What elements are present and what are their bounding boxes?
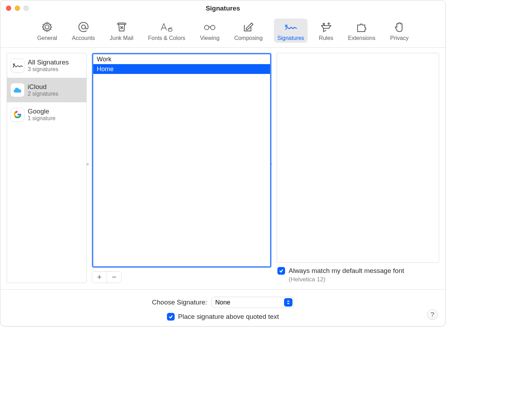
close-window-button[interactable] <box>6 6 11 11</box>
window-controls <box>6 6 29 11</box>
chevron-up-down-icon <box>284 298 292 307</box>
font-icon <box>160 21 174 33</box>
tab-label: Viewing <box>200 35 220 41</box>
icloud-icon <box>11 83 25 97</box>
signature-item-home[interactable]: Home <box>93 64 270 74</box>
signatures-list[interactable]: Work Home <box>92 53 271 268</box>
account-icloud[interactable]: iCloud 2 signatures <box>7 78 86 102</box>
compose-icon <box>241 21 255 33</box>
match-font-checkbox[interactable] <box>277 267 285 275</box>
match-font-hint: (Helvetica 12) <box>289 276 438 283</box>
tab-extensions[interactable]: Extensions <box>344 19 379 43</box>
choose-signature-row: Choose Signature: None <box>152 297 294 308</box>
match-font-section: Always match my default message font (He… <box>277 263 439 283</box>
tab-label: Signatures <box>277 35 304 41</box>
preferences-window: Signatures General Accounts <box>0 0 446 327</box>
account-name: All Signatures <box>28 59 69 66</box>
remove-signature-button[interactable]: − <box>107 272 121 283</box>
preferences-toolbar: General Accounts Junk Mail <box>0 16 445 48</box>
puzzle-icon <box>355 21 369 33</box>
tab-label: Rules <box>319 35 333 41</box>
bottom-section: Choose Signature: None Place signature a… <box>0 290 445 326</box>
signatures-panels: All Signatures 3 signatures iCloud 2 sig… <box>0 48 445 283</box>
rules-icon <box>319 21 333 33</box>
window-title: Signatures <box>0 5 445 12</box>
svg-point-3 <box>210 25 215 30</box>
svg-point-1 <box>81 25 85 29</box>
account-google[interactable]: Google 1 signature <box>7 102 86 127</box>
tab-label: General <box>37 35 57 41</box>
signature-icon <box>11 59 25 73</box>
trash-icon <box>115 21 129 33</box>
google-icon <box>11 108 25 122</box>
zoom-window-button[interactable] <box>23 6 29 11</box>
signature-icon <box>284 21 298 33</box>
hand-icon <box>392 21 406 33</box>
place-above-row: Place signature above quoted text <box>167 313 279 321</box>
signature-item-work[interactable]: Work <box>93 54 270 64</box>
tab-label: Junk Mail <box>110 35 134 41</box>
tab-junk-mail[interactable]: Junk Mail <box>106 19 137 43</box>
tab-label: Privacy <box>390 35 409 41</box>
svg-point-2 <box>204 25 209 30</box>
place-above-label: Place signature above quoted text <box>178 313 279 321</box>
add-signature-button[interactable]: + <box>92 272 107 283</box>
place-above-checkbox[interactable] <box>167 313 175 321</box>
choose-signature-value: None <box>215 299 230 306</box>
svg-point-0 <box>45 25 49 29</box>
accounts-list[interactable]: All Signatures 3 signatures iCloud 2 sig… <box>7 53 87 283</box>
titlebar: Signatures <box>0 0 445 16</box>
tab-viewing[interactable]: Viewing <box>196 19 223 43</box>
tab-label: Fonts & Colors <box>148 35 185 41</box>
account-name: iCloud <box>28 83 58 91</box>
choose-signature-label: Choose Signature: <box>152 298 207 306</box>
tab-composing[interactable]: Composing <box>231 19 266 43</box>
at-icon <box>76 21 90 33</box>
tab-rules[interactable]: Rules <box>315 19 337 43</box>
account-all-signatures[interactable]: All Signatures 3 signatures <box>7 53 86 78</box>
tab-label: Accounts <box>72 35 95 41</box>
signature-editor-column: Always match my default message font (He… <box>277 53 439 283</box>
signatures-column: Work Home + − <box>92 53 271 283</box>
tab-accounts[interactable]: Accounts <box>68 19 99 43</box>
choose-signature-select[interactable]: None <box>211 297 294 308</box>
account-name: Google <box>28 108 55 115</box>
content-area: All Signatures 3 signatures iCloud 2 sig… <box>0 48 445 326</box>
account-count: 1 signature <box>28 115 55 122</box>
tab-label: Extensions <box>348 35 375 41</box>
tab-label: Composing <box>234 35 263 41</box>
add-remove-control: + − <box>92 271 122 283</box>
match-font-label: Always match my default message font <box>289 267 404 275</box>
tab-fonts-colors[interactable]: Fonts & Colors <box>144 19 189 43</box>
tab-signatures[interactable]: Signatures <box>274 19 308 43</box>
tab-privacy[interactable]: Privacy <box>387 19 412 43</box>
account-count: 3 signatures <box>28 66 69 73</box>
splitter-handle[interactable] <box>87 163 89 165</box>
tab-general[interactable]: General <box>34 19 61 43</box>
glasses-icon <box>203 21 217 33</box>
gear-icon <box>40 21 54 33</box>
account-count: 2 signatures <box>28 91 58 97</box>
help-button[interactable]: ? <box>427 309 438 320</box>
signature-editor[interactable] <box>277 53 439 263</box>
minimize-window-button[interactable] <box>15 6 20 11</box>
